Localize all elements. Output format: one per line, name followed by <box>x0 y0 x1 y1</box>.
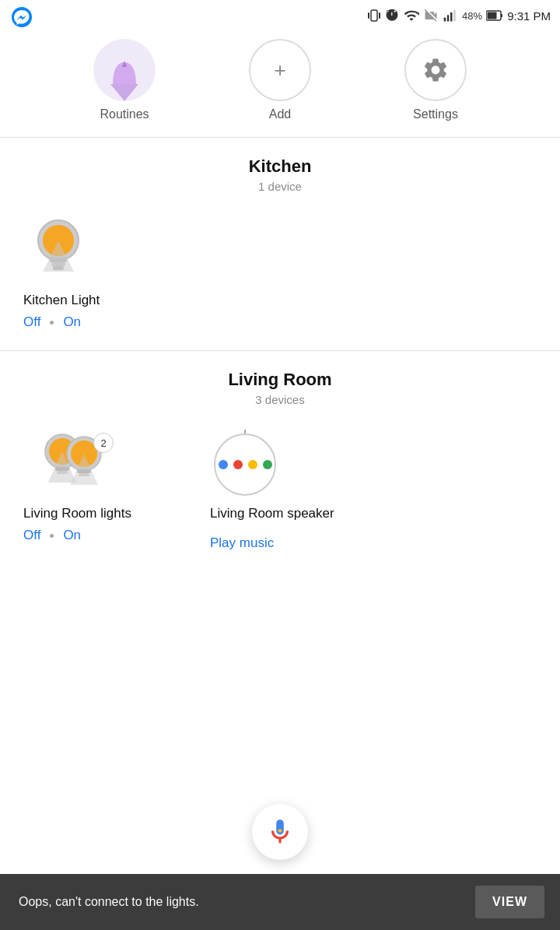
kitchen-section: Kitchen 1 device Kitchen Light <box>0 138 560 350</box>
view-button[interactable]: VIEW <box>475 886 544 918</box>
add-nav-item[interactable]: + Add <box>249 39 311 121</box>
mic-fab-button[interactable] <box>252 804 308 860</box>
bottom-notification-bar: Oops, can't connect to the lights. VIEW <box>0 874 560 930</box>
living-room-speaker-name: Living Room speaker <box>210 506 334 521</box>
svg-rect-6 <box>450 12 453 22</box>
living-room-lights-name: Living Room lights <box>23 506 131 521</box>
svg-rect-2 <box>368 12 369 19</box>
kitchen-light-icon-wrap <box>23 216 93 286</box>
svg-point-27 <box>278 829 282 833</box>
battery-percent: 48% <box>462 10 482 22</box>
living-room-lights-card[interactable]: 2 Living Room lights Off On <box>23 422 202 559</box>
settings-icon-circle <box>404 39 467 101</box>
svg-rect-9 <box>488 12 497 19</box>
settings-label: Settings <box>413 107 458 121</box>
svg-rect-25 <box>77 469 91 473</box>
living-room-speaker-icon-wrap <box>210 430 280 500</box>
svg-rect-4 <box>444 18 446 22</box>
living-room-lights-toggle: Off On <box>23 528 81 543</box>
plus-icon: + <box>274 60 285 80</box>
svg-rect-26 <box>79 473 89 476</box>
bottom-bar-message: Oops, can't connect to the lights. <box>19 895 199 909</box>
play-music-button[interactable]: Play music <box>210 535 274 551</box>
kitchen-light-bulb-icon <box>30 217 86 286</box>
kitchen-title: Kitchen <box>16 156 544 177</box>
living-room-lights-badge: 2 <box>93 433 114 453</box>
living-room-lights-dot <box>50 534 54 538</box>
living-room-speaker-card[interactable]: Living Room speaker Play music <box>210 422 366 559</box>
speaker-dot-yellow <box>248 460 257 469</box>
kitchen-light-name: Kitchen Light <box>23 293 100 308</box>
status-icons: 48% 9:31 PM <box>368 8 551 23</box>
living-room-title: Living Room <box>16 370 544 390</box>
kitchen-devices: Kitchen Light Off On <box>16 209 544 338</box>
add-icon-circle: + <box>249 39 311 101</box>
speaker-dots <box>219 460 272 469</box>
kitchen-light-on-btn[interactable]: On <box>63 314 81 330</box>
svg-rect-21 <box>57 471 68 474</box>
svg-rect-20 <box>55 467 69 471</box>
add-label: Add <box>269 107 291 121</box>
living-room-devices: 2 Living Room lights Off On <box>16 422 544 559</box>
mic-icon <box>265 817 295 847</box>
speaker-dot-red <box>233 460 243 469</box>
status-bar: 48% 9:31 PM <box>0 0 560 31</box>
kitchen-light-toggle: Off On <box>23 314 81 330</box>
kitchen-toggle-dot <box>50 321 54 325</box>
top-nav: Routines + Add Settings <box>0 31 560 137</box>
kitchen-subtitle: 1 device <box>16 180 544 193</box>
svg-rect-5 <box>447 15 450 21</box>
settings-nav-item[interactable]: Settings <box>404 39 467 121</box>
living-room-section: Living Room 3 devices <box>0 351 560 571</box>
speaker-dot-green <box>263 460 272 469</box>
kitchen-light-off-btn[interactable]: Off <box>23 314 40 330</box>
kitchen-light-card[interactable]: Kitchen Light Off On <box>23 209 163 338</box>
gear-icon <box>422 56 450 84</box>
routines-nav-item[interactable]: Routines <box>93 39 156 121</box>
svg-rect-3 <box>379 12 380 19</box>
living-room-subtitle: 3 devices <box>16 393 544 406</box>
living-room-lights-icon-wrap: 2 <box>23 430 117 500</box>
speaker-circle <box>214 433 276 496</box>
routines-label: Routines <box>100 107 149 121</box>
living-room-lights-on-btn[interactable]: On <box>63 528 81 543</box>
speaker-dot-blue <box>219 460 228 469</box>
living-room-lights-off-btn[interactable]: Off <box>23 528 40 543</box>
routines-icon <box>93 39 156 101</box>
svg-rect-1 <box>371 10 377 21</box>
time-display: 9:31 PM <box>507 9 551 23</box>
svg-rect-7 <box>453 10 456 22</box>
messenger-icon <box>11 6 33 31</box>
